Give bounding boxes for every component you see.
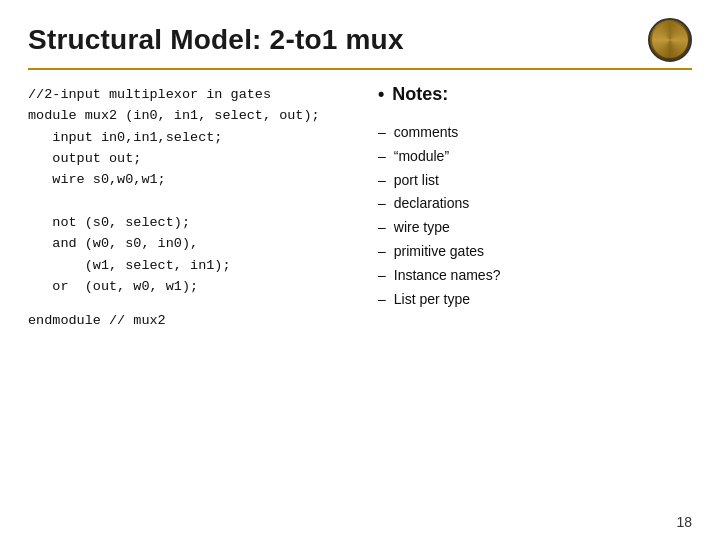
logo-inner bbox=[652, 22, 688, 58]
notes-section: • Notes: comments “module” port list dec… bbox=[368, 84, 692, 528]
list-item: “module” bbox=[378, 145, 692, 169]
code-line-2: module mux2 (in0, in1, select, out); bbox=[28, 108, 320, 123]
code-line-7: not (s0, select); bbox=[28, 215, 190, 230]
code-line-8: and (w0, s0, in0), bbox=[28, 236, 198, 251]
endmodule-line: endmodule // mux2 bbox=[28, 311, 368, 332]
list-item: primitive gates bbox=[378, 240, 692, 264]
list-item: List per type bbox=[378, 288, 692, 312]
page-title: Structural Model: 2-to1 mux bbox=[28, 24, 404, 56]
code-line-9: (w1, select, in1); bbox=[28, 258, 231, 273]
header-divider bbox=[28, 68, 692, 70]
notes-list: comments “module” port list declarations… bbox=[378, 121, 692, 311]
endmodule-text: endmodule // mux2 bbox=[28, 313, 166, 328]
code-block: //2-input multiplexor in gates module mu… bbox=[28, 84, 368, 297]
code-line-5: wire s0,w0,w1; bbox=[28, 172, 166, 187]
notes-header: Notes: bbox=[392, 84, 448, 105]
code-line-1: //2-input multiplexor in gates bbox=[28, 87, 271, 102]
logo bbox=[648, 18, 692, 62]
list-item: Instance names? bbox=[378, 264, 692, 288]
notes-bullet: • bbox=[378, 84, 384, 105]
list-item: comments bbox=[378, 121, 692, 145]
list-item: wire type bbox=[378, 216, 692, 240]
header: Structural Model: 2-to1 mux bbox=[28, 18, 692, 62]
code-line-3: input in0,in1,select; bbox=[28, 130, 222, 145]
page-number: 18 bbox=[676, 514, 692, 530]
list-item: port list bbox=[378, 169, 692, 193]
content-area: //2-input multiplexor in gates module mu… bbox=[28, 84, 692, 528]
list-item: declarations bbox=[378, 192, 692, 216]
code-section: //2-input multiplexor in gates module mu… bbox=[28, 84, 368, 528]
code-line-4: output out; bbox=[28, 151, 141, 166]
code-line-10: or (out, w0, w1); bbox=[28, 279, 198, 294]
page: Structural Model: 2-to1 mux //2-input mu… bbox=[0, 0, 720, 540]
